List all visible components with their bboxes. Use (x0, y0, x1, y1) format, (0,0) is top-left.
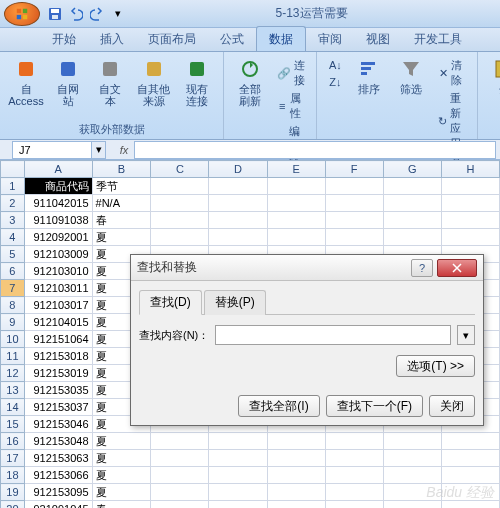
cell[interactable]: 912092001 (24, 229, 92, 246)
col-header[interactable] (1, 161, 25, 178)
cell[interactable] (209, 433, 267, 450)
col-header[interactable]: H (441, 161, 499, 178)
row-header[interactable]: 1 (1, 178, 25, 195)
cell[interactable] (325, 178, 383, 195)
cell[interactable] (441, 195, 499, 212)
row-header[interactable]: 16 (1, 433, 25, 450)
cell[interactable] (151, 467, 209, 484)
col-header[interactable]: F (325, 161, 383, 178)
cell[interactable] (267, 212, 325, 229)
row-header[interactable]: 8 (1, 297, 25, 314)
tab-公式[interactable]: 公式 (208, 27, 256, 51)
col-header[interactable]: B (92, 161, 151, 178)
col-header[interactable]: G (383, 161, 441, 178)
ext-data-4[interactable]: 现有连接 (177, 55, 217, 120)
cell[interactable]: 912153046 (24, 416, 92, 433)
row-header[interactable]: 19 (1, 484, 25, 501)
cell[interactable] (267, 178, 325, 195)
conn-row-0[interactable]: 🔗连接 (274, 57, 308, 89)
cell[interactable] (209, 178, 267, 195)
sort-asc-button[interactable]: A↓ (325, 57, 345, 73)
cell[interactable] (441, 229, 499, 246)
cell[interactable]: 912103011 (24, 280, 92, 297)
tab-插入[interactable]: 插入 (88, 27, 136, 51)
row-header[interactable]: 13 (1, 382, 25, 399)
cell[interactable] (383, 467, 441, 484)
cell[interactable] (209, 467, 267, 484)
cell[interactable] (267, 229, 325, 246)
options-button[interactable]: 选项(T) >> (396, 355, 475, 377)
cell[interactable] (209, 501, 267, 509)
row-header[interactable]: 6 (1, 263, 25, 280)
cell[interactable]: 912153018 (24, 348, 92, 365)
cell[interactable]: 912153095 (24, 484, 92, 501)
cell[interactable]: 912103017 (24, 297, 92, 314)
find-next-button[interactable]: 查找下一个(F) (326, 395, 423, 417)
cell[interactable] (325, 467, 383, 484)
name-box[interactable]: J7 (12, 141, 92, 159)
cell[interactable] (209, 229, 267, 246)
cell[interactable] (151, 484, 209, 501)
cell[interactable] (441, 450, 499, 467)
cell[interactable]: 夏 (92, 229, 151, 246)
dialog-title-bar[interactable]: 查找和替换 ? (131, 255, 483, 281)
cell[interactable] (383, 195, 441, 212)
cell[interactable]: 912151064 (24, 331, 92, 348)
find-input[interactable] (215, 325, 451, 345)
save-icon[interactable] (46, 5, 64, 23)
cell[interactable] (209, 195, 267, 212)
tab-数据[interactable]: 数据 (256, 26, 306, 51)
row-header[interactable]: 11 (1, 348, 25, 365)
cell[interactable]: #N/A (92, 195, 151, 212)
tab-视图[interactable]: 视图 (354, 27, 402, 51)
formula-bar[interactable] (134, 141, 496, 159)
cell[interactable] (267, 484, 325, 501)
cell[interactable] (209, 484, 267, 501)
cell[interactable] (383, 212, 441, 229)
filter-row-0[interactable]: ✕清除 (435, 57, 469, 89)
row-header[interactable]: 17 (1, 450, 25, 467)
find-dropdown[interactable]: ▾ (457, 325, 475, 345)
cell[interactable]: 912104015 (24, 314, 92, 331)
ext-data-3[interactable]: 自其他来源 (132, 55, 175, 120)
row-header[interactable]: 4 (1, 229, 25, 246)
cell[interactable] (441, 212, 499, 229)
cell[interactable] (325, 484, 383, 501)
row-header[interactable]: 5 (1, 246, 25, 263)
cell[interactable]: 912153019 (24, 365, 92, 382)
row-header[interactable]: 9 (1, 314, 25, 331)
cell[interactable] (325, 450, 383, 467)
cell[interactable] (151, 433, 209, 450)
cell[interactable]: 商品代码 (24, 178, 92, 195)
cell[interactable]: 912153035 (24, 382, 92, 399)
find-all-button[interactable]: 查找全部(I) (238, 395, 319, 417)
cell[interactable]: 夏 (92, 484, 151, 501)
cell[interactable] (325, 212, 383, 229)
cell[interactable] (441, 433, 499, 450)
cell[interactable] (151, 229, 209, 246)
cell[interactable] (151, 178, 209, 195)
cell[interactable] (325, 501, 383, 509)
cell[interactable]: 911091038 (24, 212, 92, 229)
cell[interactable]: 912153048 (24, 433, 92, 450)
ext-data-2[interactable]: 自文本 (90, 55, 130, 120)
row-header[interactable]: 7 (1, 280, 25, 297)
qat-customize-icon[interactable]: ▾ (109, 5, 127, 23)
sort-desc-button[interactable]: Z↓ (325, 74, 345, 90)
col-header[interactable]: C (151, 161, 209, 178)
cell[interactable]: 夏 (92, 450, 151, 467)
ext-data-0[interactable]: 自 Access (6, 55, 46, 120)
tab-页面布局[interactable]: 页面布局 (136, 27, 208, 51)
cell[interactable] (151, 212, 209, 229)
row-header[interactable]: 14 (1, 399, 25, 416)
cell[interactable]: 912153066 (24, 467, 92, 484)
row-header[interactable]: 3 (1, 212, 25, 229)
row-header[interactable]: 15 (1, 416, 25, 433)
row-header[interactable]: 10 (1, 331, 25, 348)
cell[interactable] (325, 195, 383, 212)
cell[interactable] (151, 195, 209, 212)
cell[interactable] (209, 450, 267, 467)
cell[interactable] (151, 501, 209, 509)
col-header[interactable]: E (267, 161, 325, 178)
col-header[interactable]: A (24, 161, 92, 178)
